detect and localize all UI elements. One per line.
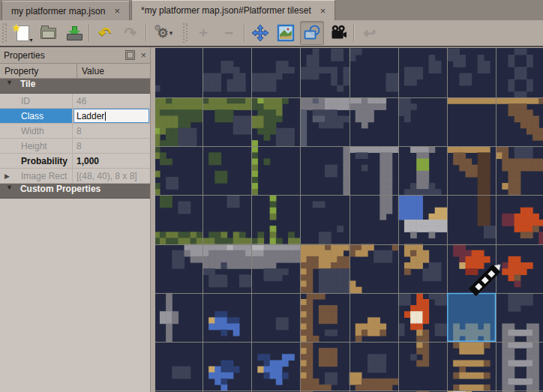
property-name: Probability	[21, 156, 68, 166]
property-row-id[interactable]: ID46	[0, 94, 150, 109]
save-button[interactable]	[62, 22, 85, 44]
panel-title: Properties	[4, 50, 45, 61]
property-value: [(48, 40), 8 x 8]	[76, 171, 137, 181]
redo-button[interactable]: ↷	[119, 22, 142, 44]
tab-label: my platformer map.json	[11, 6, 105, 16]
property-row-class[interactable]: ClassLadder	[0, 109, 150, 124]
document-tabbar: my platformer map.json × *my platformer …	[0, 0, 543, 20]
zoom-out-button[interactable]: −	[218, 22, 240, 44]
property-row-height[interactable]: Height8	[0, 139, 150, 154]
collision-shapes-icon	[303, 24, 321, 42]
properties-panel: Properties × Property Value ▼TileID46Cla…	[0, 47, 151, 392]
property-name: Image Rect	[21, 171, 67, 181]
property-group-tile[interactable]: ▼Tile	[0, 79, 150, 94]
terrain-image-icon	[277, 24, 295, 42]
main-toolbar: ★ ▾ ↶ ↷ ⚙ ⚙ ▾ + −	[0, 20, 543, 46]
expand-arrow-icon[interactable]: ▶	[4, 172, 10, 180]
property-row-width[interactable]: Width8	[0, 124, 150, 139]
column-header-property[interactable]: Property	[0, 64, 77, 78]
properties-rows: ▼TileID46ClassLadderWidth8Height8Probabi…	[0, 79, 150, 199]
tab-map-file[interactable]: my platformer map.json ×	[2, 1, 130, 20]
collapse-arrow-icon[interactable]: ▼	[6, 79, 13, 93]
property-value: 8	[76, 126, 82, 136]
property-value-cell[interactable]: 1,000	[73, 154, 150, 168]
open-file-button[interactable]	[37, 22, 59, 44]
property-value: 46	[76, 96, 86, 106]
property-name-cell[interactable]: Class	[0, 109, 73, 123]
tile-animation-editor-button[interactable]	[327, 22, 350, 44]
tileset-view[interactable]	[155, 48, 543, 392]
toolbar-separator	[88, 24, 90, 42]
new-file-button[interactable]: ★ ▾	[11, 22, 34, 44]
property-name-cell[interactable]: Height	[0, 139, 73, 153]
property-value-cell[interactable]: 46	[73, 94, 150, 108]
tab-label: *my platformer map.json#Platformer tiles…	[141, 5, 311, 16]
input-text: Ladder	[76, 111, 104, 121]
toolbar-grip[interactable]	[183, 23, 188, 43]
redo-icon: ↷	[124, 25, 137, 40]
property-row-probability[interactable]: Probability1,000	[0, 154, 150, 169]
toolbar-separator	[244, 24, 245, 42]
close-icon[interactable]: ×	[319, 6, 328, 16]
property-name: Width	[21, 126, 44, 136]
property-row-image-rect[interactable]: ▶Image Rect[(48, 40), 8 x 8]	[0, 169, 150, 184]
plus-icon: +	[199, 25, 208, 40]
minus-icon: −	[224, 25, 233, 40]
properties-table-header: Property Value	[0, 63, 150, 79]
property-name: Height	[21, 141, 47, 151]
property-value-cell[interactable]: [(48, 40), 8 x 8]	[73, 169, 150, 183]
tileset-canvas[interactable]	[155, 48, 543, 392]
properties-panel-titlebar: Properties ×	[0, 47, 150, 63]
main-content: Properties × Property Value ▼TileID46Cla…	[0, 46, 543, 392]
column-header-value[interactable]: Value	[77, 64, 150, 78]
property-value: 8	[76, 141, 82, 151]
property-name-cell[interactable]: Probability	[0, 154, 73, 168]
property-value-cell[interactable]: Ladder	[73, 109, 150, 123]
property-name: ID	[21, 96, 30, 106]
new-file-icon: ★ ▾	[16, 25, 29, 41]
move-arrows-icon	[251, 24, 269, 42]
save-icon	[67, 26, 81, 40]
property-name-cell[interactable]: ▶Image Rect	[0, 169, 73, 183]
toolbar-grip[interactable]	[2, 23, 8, 43]
chevron-down-icon: ▾	[170, 29, 173, 37]
open-folder-icon	[40, 28, 56, 39]
property-value: 1,000	[76, 156, 99, 166]
collapse-arrow-icon[interactable]: ▼	[6, 184, 13, 198]
property-name: Class	[21, 111, 44, 121]
movie-camera-icon	[329, 24, 347, 42]
undo-button[interactable]: ↶	[94, 22, 116, 44]
done-button[interactable]: ↩	[358, 22, 381, 44]
property-value-cell[interactable]: 8	[73, 124, 150, 138]
move-tiles-button[interactable]	[249, 22, 272, 44]
text-caret	[105, 112, 106, 121]
class-value-input[interactable]: Ladder	[74, 109, 149, 123]
return-arrow-icon: ↩	[364, 25, 376, 40]
property-group-custom-properties[interactable]: ▼Custom Properties	[0, 184, 150, 199]
tile-collision-editor-button[interactable]	[300, 21, 324, 45]
tab-tileset-file[interactable]: *my platformer map.json#Platformer tiles…	[131, 0, 335, 20]
commands-button[interactable]: ⚙ ⚙ ▾	[151, 22, 179, 44]
toolbar-separator	[146, 24, 147, 42]
float-panel-icon[interactable]	[125, 50, 135, 60]
property-name-cell[interactable]: Width	[0, 124, 73, 138]
toolbar-separator	[353, 24, 355, 42]
close-icon[interactable]: ×	[112, 6, 122, 16]
undo-icon: ↶	[99, 25, 112, 40]
zoom-in-button[interactable]: +	[192, 22, 214, 44]
property-value-cell[interactable]: 8	[73, 139, 150, 153]
group-label: Custom Properties	[20, 184, 100, 198]
tiled-window: my platformer map.json × *my platformer …	[0, 0, 543, 392]
property-name-cell[interactable]: ID	[0, 94, 73, 108]
terrain-sets-button[interactable]	[274, 22, 297, 44]
group-label: Tile	[20, 79, 35, 93]
close-panel-icon[interactable]: ×	[140, 50, 146, 60]
gear-icon: ⚙	[154, 23, 161, 33]
